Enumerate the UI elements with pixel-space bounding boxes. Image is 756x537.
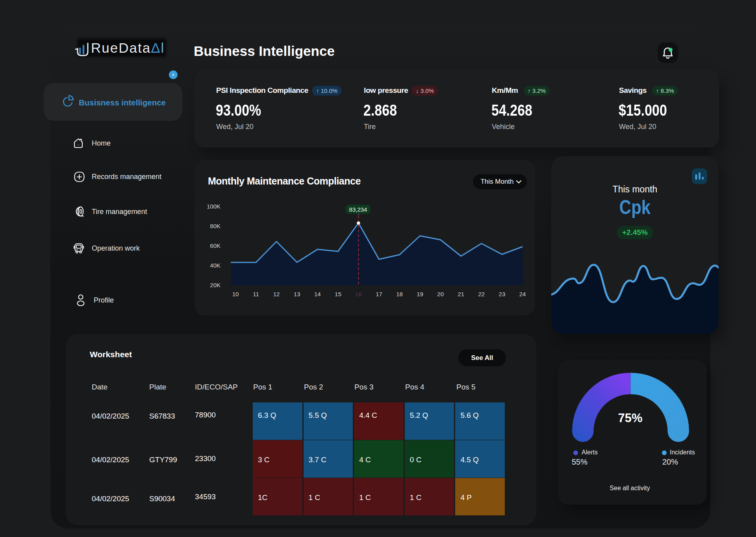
svg-text:14: 14 — [314, 291, 321, 297]
svg-text:100K: 100K — [207, 203, 220, 210]
svg-text:19: 19 — [417, 291, 423, 297]
svg-text:11: 11 — [253, 291, 259, 297]
svg-text:10: 10 — [232, 291, 239, 297]
svg-text:13: 13 — [294, 291, 300, 297]
svg-text:22: 22 — [478, 291, 485, 297]
svg-text:17: 17 — [376, 291, 382, 297]
svg-text:12: 12 — [273, 291, 280, 297]
svg-text:83,234: 83,234 — [349, 206, 367, 213]
svg-text:15: 15 — [335, 291, 341, 297]
svg-text:16: 16 — [355, 291, 362, 297]
svg-text:80K: 80K — [210, 223, 220, 229]
svg-text:21: 21 — [458, 291, 464, 297]
svg-text:20: 20 — [437, 291, 444, 297]
svg-text:23: 23 — [499, 291, 506, 297]
svg-text:60K: 60K — [210, 242, 220, 249]
svg-text:40K: 40K — [210, 262, 220, 269]
svg-text:24: 24 — [519, 291, 526, 297]
svg-text:20K: 20K — [210, 282, 220, 288]
svg-text:18: 18 — [396, 291, 403, 297]
